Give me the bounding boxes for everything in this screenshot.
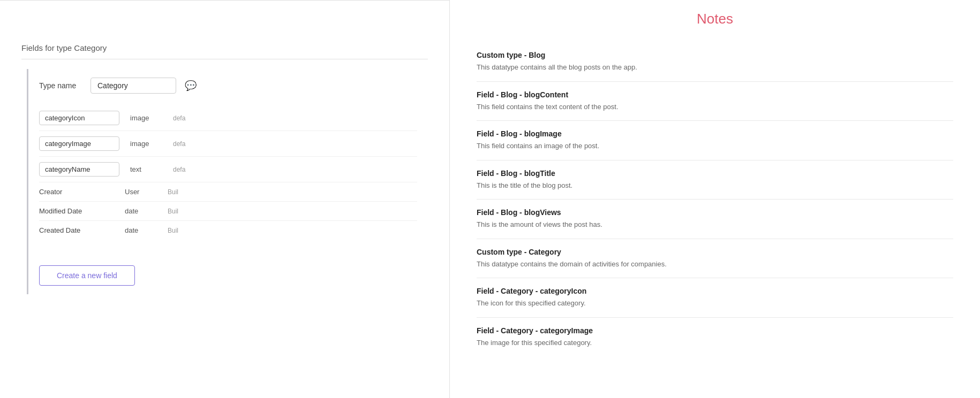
field-badge: Buil [168, 188, 178, 196]
field-badge: defa [173, 140, 185, 148]
note-heading: Field - Category - categoryIcon [477, 287, 953, 295]
field-type: date [125, 226, 157, 234]
field-badge: Buil [168, 208, 178, 215]
note-item: Custom type - CategoryThis datatype cont… [477, 239, 953, 279]
field-badge: Buil [168, 227, 178, 234]
note-heading: Field - Blog - blogViews [477, 208, 953, 217]
note-desc: This is the amount of views the post has… [477, 219, 953, 230]
note-desc: This datatype contains all the blog post… [477, 62, 953, 73]
notes-list: Custom type - BlogThis datatype contains… [477, 42, 953, 356]
notes-title: Notes [477, 11, 953, 27]
field-type: text [130, 165, 162, 173]
note-heading: Custom type - Blog [477, 51, 953, 59]
field-type: image [130, 140, 162, 148]
top-divider [0, 0, 449, 1]
comment-icon[interactable]: 💬 [185, 80, 197, 91]
field-type: User [125, 188, 157, 196]
left-panel: Fields for type Category Type name 💬 ima… [0, 0, 450, 398]
field-name-text: Created Date [39, 226, 114, 234]
table-row: CreatorUserBuil [39, 182, 417, 202]
note-item: Field - Blog - blogContentThis field con… [477, 82, 953, 121]
note-desc: The image for this specified category. [477, 338, 953, 348]
note-desc: This field contains the text content of … [477, 102, 953, 112]
table-row: imagedefa [39, 131, 417, 157]
field-name-text: Creator [39, 188, 114, 196]
create-new-field-button[interactable]: Create a new field [39, 265, 135, 286]
field-name-text: Modified Date [39, 207, 114, 215]
table-row: Modified DatedateBuil [39, 202, 417, 221]
note-heading: Field - Category - categoryImage [477, 326, 953, 335]
field-name-input[interactable] [39, 111, 119, 125]
type-name-row: Type name 💬 [39, 78, 417, 94]
fields-list: imagedefaimagedefatextdefaCreatorUserBui… [39, 105, 417, 240]
table-row: textdefa [39, 157, 417, 182]
field-type: date [125, 207, 157, 215]
table-row: imagedefa [39, 105, 417, 131]
note-item: Field - Blog - blogViewsThis is the amou… [477, 200, 953, 239]
field-badge: defa [173, 166, 185, 173]
field-name-input[interactable] [39, 162, 119, 177]
note-heading: Field - Blog - blogContent [477, 90, 953, 99]
field-type: image [130, 114, 162, 122]
fields-container: Type name 💬 imagedefaimagedefatextdefaCr… [27, 69, 428, 294]
note-item: Custom type - BlogThis datatype contains… [477, 42, 953, 82]
table-row: Created DatedateBuil [39, 221, 417, 240]
note-desc: The icon for this specified category. [477, 298, 953, 309]
note-item: Field - Category - categoryImageThe imag… [477, 318, 953, 357]
field-badge: defa [173, 114, 185, 122]
note-heading: Field - Blog - blogTitle [477, 169, 953, 178]
type-name-input[interactable] [91, 78, 176, 94]
fields-title: Fields for type Category [21, 43, 428, 59]
note-desc: This field contains an image of the post… [477, 141, 953, 151]
fields-section: Fields for type Category Type name 💬 ima… [0, 43, 449, 294]
note-desc: This datatype contains the domain of act… [477, 259, 953, 270]
note-item: Field - Blog - blogImageThis field conta… [477, 121, 953, 160]
note-heading: Custom type - Category [477, 248, 953, 256]
note-item: Field - Category - categoryIconThe icon … [477, 278, 953, 318]
field-name-input[interactable] [39, 136, 119, 151]
right-panel: Notes Custom type - BlogThis datatype co… [450, 0, 980, 398]
note-desc: This is the title of the blog post. [477, 180, 953, 191]
type-name-label: Type name [39, 81, 82, 90]
note-item: Field - Blog - blogTitleThis is the titl… [477, 160, 953, 200]
note-heading: Field - Blog - blogImage [477, 129, 953, 138]
